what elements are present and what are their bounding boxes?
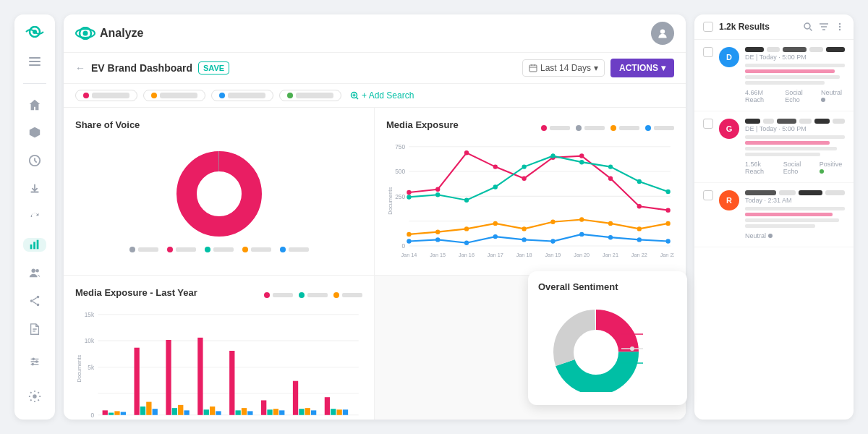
sidebar-sliders-icon[interactable]	[23, 350, 46, 373]
search-icon[interactable]	[803, 22, 813, 32]
svg-rect-125	[325, 397, 330, 415]
svg-rect-98	[109, 412, 114, 414]
svg-rect-101	[134, 347, 139, 414]
result-footer-1: 4.66M Reach Social Echo Neutral	[745, 89, 845, 103]
result-footer-2: 1.56k Reach Social Echo Positive	[745, 161, 845, 175]
svg-point-71	[522, 237, 526, 242]
svg-point-40	[493, 164, 498, 169]
topbar: Analyze	[64, 14, 686, 53]
sidebar-clock-icon[interactable]	[23, 154, 46, 168]
svg-rect-117	[261, 400, 266, 414]
svg-point-46	[665, 208, 670, 212]
svg-point-61	[522, 226, 526, 231]
svg-point-146	[630, 332, 634, 336]
svg-point-16	[83, 31, 88, 36]
svg-text:Jan 23: Jan 23	[660, 252, 674, 258]
svg-point-74	[608, 235, 613, 239]
result-content-1: DE | Today · 5:00 PM 4.66M Reach Social …	[745, 47, 845, 103]
filter-tag-4[interactable]	[279, 90, 341, 101]
filter-icon[interactable]	[819, 22, 829, 32]
svg-text:0: 0	[90, 411, 94, 418]
media-exposure-header: Media Exposure	[386, 119, 674, 136]
date-filter[interactable]: Last 14 Days ▾	[522, 59, 605, 77]
svg-rect-116	[247, 411, 252, 414]
svg-point-144	[574, 331, 618, 374]
svg-point-8	[37, 296, 40, 299]
result-avatar-2: G	[719, 119, 739, 139]
result-meta-3: Today · 2:31 AM	[745, 197, 845, 204]
select-all-checkbox[interactable]	[703, 22, 713, 32]
svg-rect-106	[172, 408, 177, 415]
svg-rect-5	[37, 240, 39, 250]
media-exposure-legend	[541, 125, 674, 131]
filter-tag-1[interactable]	[75, 90, 137, 101]
svg-point-56	[665, 190, 670, 194]
svg-point-55	[637, 179, 642, 184]
svg-point-39	[464, 150, 469, 155]
sidebar	[14, 14, 55, 420]
svg-rect-127	[336, 409, 341, 414]
sidebar-refresh-icon[interactable]	[23, 210, 46, 224]
back-button[interactable]: ←	[75, 62, 85, 74]
svg-point-76	[665, 239, 670, 243]
svg-text:5k: 5k	[88, 363, 95, 370]
svg-point-13	[32, 363, 35, 366]
result-item-2[interactable]: G DE | Today · 5:00 PM	[694, 111, 854, 183]
sidebar-gear-icon[interactable]	[23, 385, 46, 408]
result-footer-3: Neutral	[745, 232, 845, 239]
overall-sentiment-title: Overall Sentiment	[538, 281, 677, 292]
sidebar-logo	[25, 26, 45, 38]
filter-tag-3[interactable]	[211, 90, 273, 101]
svg-point-138	[839, 23, 841, 25]
svg-point-51	[522, 164, 526, 169]
svg-text:Jan 18: Jan 18	[516, 252, 532, 258]
sidebar-layers-icon[interactable]	[23, 126, 46, 140]
actions-button[interactable]: ACTIONS ▾	[610, 59, 674, 77]
topbar-right	[651, 22, 674, 45]
svg-text:Documents: Documents	[387, 187, 393, 215]
svg-rect-115	[242, 408, 247, 415]
result-checkbox-1[interactable]	[703, 47, 713, 57]
svg-rect-124	[311, 410, 316, 414]
sidebar-home-icon[interactable]	[23, 98, 46, 111]
sidebar-menu-icon[interactable]	[23, 55, 46, 69]
result-item-3[interactable]: R Today · 2:31 AM Neutral	[694, 183, 854, 247]
svg-rect-118	[267, 409, 272, 414]
media-exposure-last-year-chart: 15k 10k 5k 0 Documents	[75, 307, 362, 420]
svg-text:250: 250	[395, 192, 405, 200]
svg-point-139	[839, 26, 841, 27]
app-title: Analyze	[100, 27, 143, 40]
sidebar-users-icon[interactable]	[23, 266, 46, 280]
add-search-button[interactable]: + Add Search	[350, 90, 414, 101]
svg-point-47	[407, 195, 411, 199]
svg-point-11	[32, 358, 35, 361]
svg-text:Jan 20: Jan 20	[574, 252, 590, 258]
result-checkbox-3[interactable]	[703, 190, 713, 200]
svg-point-44	[608, 176, 613, 180]
result-item-1[interactable]: D DE | Today · 5:00 PM 4.66M Re	[694, 40, 854, 111]
share-of-voice-chart	[75, 136, 362, 263]
sidebar-chart-icon[interactable]	[23, 238, 46, 252]
sidebar-download-icon[interactable]	[23, 182, 46, 196]
svg-point-38	[435, 187, 440, 191]
result-avatar-1: D	[719, 47, 739, 67]
app-logo: Analyze	[75, 27, 143, 40]
user-avatar[interactable]	[651, 22, 674, 45]
sidebar-share-icon[interactable]	[23, 294, 46, 307]
sentiment-indicator-1	[821, 98, 825, 102]
sidebar-document-icon[interactable]	[23, 322, 46, 336]
result-checkbox-2[interactable]	[703, 119, 713, 129]
save-button[interactable]: SAVE	[198, 61, 229, 75]
svg-point-65	[637, 226, 642, 231]
filter-tag-2[interactable]	[143, 90, 205, 101]
svg-text:Documents: Documents	[76, 354, 82, 382]
svg-text:750: 750	[395, 143, 405, 150]
svg-rect-121	[293, 380, 298, 414]
media-exposure-last-year-header: Media Exposure - Last Year	[75, 287, 362, 304]
result-avatar-3: R	[719, 190, 739, 210]
result-content-3: Today · 2:31 AM Neutral	[745, 190, 845, 239]
svg-text:10k: 10k	[85, 337, 95, 344]
svg-rect-19	[529, 65, 537, 72]
more-icon[interactable]	[835, 22, 845, 32]
svg-point-72	[550, 239, 555, 243]
